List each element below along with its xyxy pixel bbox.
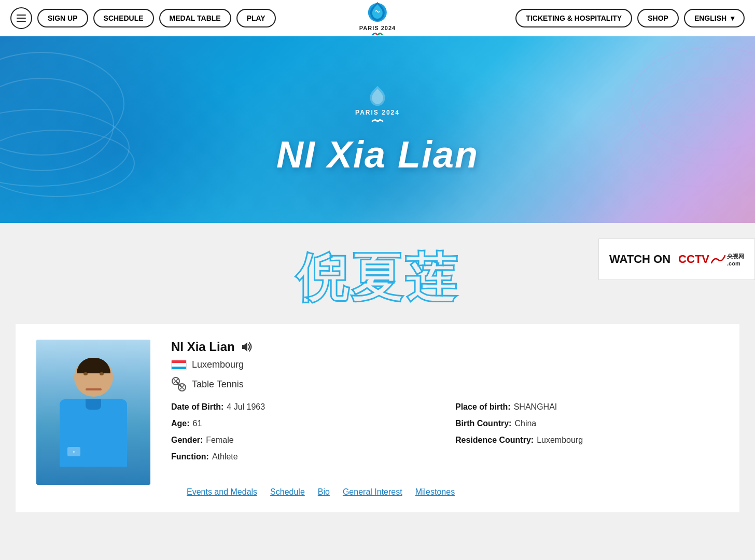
figure-body: e [60, 399, 127, 467]
navbar: SIGN UP SCHEDULE MEDAL TABLE PLAY PARIS … [0, 0, 755, 36]
content-area: 倪夏莲 WATCH ON CCTV 央视网.com [0, 223, 755, 528]
hero-logo-area: PARIS 2024 [355, 84, 400, 125]
birth-country-label: Birth Country: [455, 419, 511, 428]
tab-milestones[interactable]: Milestones [415, 487, 455, 497]
athlete-name-row: NI Xia Lian [171, 340, 719, 354]
function-value: Athlete [212, 452, 238, 461]
hero-athlete-name: NI Xia Lian [276, 133, 479, 176]
watch-on-box: WATCH ON CCTV 央视网.com [598, 239, 755, 280]
profile-info: NI Xia Lian Luxembourg [171, 340, 719, 497]
ticketing-button[interactable]: TICKETING & HOSPITALITY [515, 9, 632, 27]
hero-center-glow [269, 36, 486, 223]
country-name: Luxembourg [192, 359, 244, 370]
gender-row: Gender: Female [171, 436, 435, 445]
hero-waves-left [0, 36, 166, 223]
figure-mouth [86, 388, 102, 390]
paris-logo-text: PARIS 2024 [359, 25, 396, 31]
gender-value: Female [206, 436, 233, 445]
hamburger-button[interactable] [10, 7, 32, 29]
agitos-icon [372, 31, 383, 38]
language-button[interactable]: ENGLISH ▾ [684, 9, 745, 27]
paris-2024-logo[interactable]: PARIS 2024 [359, 0, 396, 38]
hamburger-line [17, 21, 26, 22]
nav-center-logo: PARIS 2024 [359, 0, 396, 38]
gender-label: Gender: [171, 436, 203, 445]
dob-row: Date of Birth: 4 Jul 1963 [171, 402, 435, 412]
hamburger-line [17, 15, 26, 16]
pob-value: SHANGHAI [514, 402, 557, 412]
athlete-photo: e [36, 340, 150, 485]
hero-paris-text: PARIS 2024 [355, 109, 400, 116]
watch-on-label: WATCH ON [609, 253, 670, 266]
age-row: Age: 61 [171, 419, 435, 428]
play-button[interactable]: PLAY [236, 9, 276, 27]
tab-events-medals[interactable]: Events and Medals [187, 487, 257, 497]
hero-section: PARIS 2024 NI Xia Lian [0, 36, 755, 223]
pob-row: Place of birth: SHANGHAI [455, 402, 719, 412]
cctv-icon-shape [710, 254, 726, 265]
profile-card: e NI Xia Lian Luxembo [16, 324, 739, 512]
hamburger-line [17, 18, 26, 19]
figure-eye-left [83, 372, 88, 375]
tab-general-interest[interactable]: General Interest [343, 487, 402, 497]
info-grid: Date of Birth: 4 Jul 1963 Place of birth… [171, 402, 719, 461]
signup-button[interactable]: SIGN UP [37, 9, 88, 27]
residence-label: Residence Country: [455, 436, 534, 445]
sport-name: Table Tennis [192, 379, 244, 390]
luxembourg-flag [171, 360, 187, 370]
flag-stripe-blue [172, 367, 186, 370]
chevron-down-icon: ▾ [731, 14, 734, 22]
table-tennis-icon [171, 376, 187, 392]
tab-schedule[interactable]: Schedule [270, 487, 305, 497]
shop-button[interactable]: SHOP [637, 9, 679, 27]
profile-tabs: Events and Medals Schedule Bio General I… [187, 477, 703, 497]
chinese-name: 倪夏莲 [296, 244, 459, 314]
figure-collar [86, 399, 101, 410]
hero-waves-right [589, 36, 755, 223]
flag-country-row: Luxembourg [171, 359, 719, 370]
sport-row: Table Tennis [171, 376, 719, 392]
dob-value: 4 Jul 1963 [227, 402, 265, 412]
birth-country-value: China [514, 419, 536, 428]
age-label: Age: [171, 419, 190, 428]
schedule-button[interactable]: SCHEDULE [93, 9, 154, 27]
figure-eye-right [100, 372, 104, 375]
function-label: Function: [171, 452, 209, 461]
dob-label: Date of Birth: [171, 402, 223, 412]
figure-hair [77, 358, 110, 373]
cctv-logo[interactable]: CCTV 央视网.com [678, 253, 744, 267]
figure-logo-patch: e [67, 447, 80, 456]
athlete-name: NI Xia Lian [171, 340, 235, 354]
hero-paris-logo-svg [366, 84, 389, 109]
function-row: Function: Athlete [171, 452, 435, 461]
nav-right: TICKETING & HOSPITALITY SHOP ENGLISH ▾ [515, 9, 745, 27]
medal-table-button[interactable]: MEDAL TABLE [159, 9, 231, 27]
paris-logo-svg [365, 0, 390, 25]
tab-bio[interactable]: Bio [318, 487, 330, 497]
pob-label: Place of birth: [455, 402, 511, 412]
pronunciation-icon[interactable] [240, 341, 255, 353]
cctv-text: CCTV [678, 253, 709, 266]
hero-agitos-icon [371, 118, 384, 125]
age-value: 61 [193, 419, 202, 428]
cctv-suffix: 央视网.com [727, 253, 744, 267]
nav-left: SIGN UP SCHEDULE MEDAL TABLE PLAY [10, 7, 276, 29]
figure-head [74, 358, 113, 397]
residence-value: Luxembourg [537, 436, 583, 445]
chinese-name-row: 倪夏莲 WATCH ON CCTV 央视网.com [0, 233, 755, 319]
residence-row: Residence Country: Luxembourg [455, 436, 719, 445]
birth-country-row: Birth Country: China [455, 419, 719, 428]
